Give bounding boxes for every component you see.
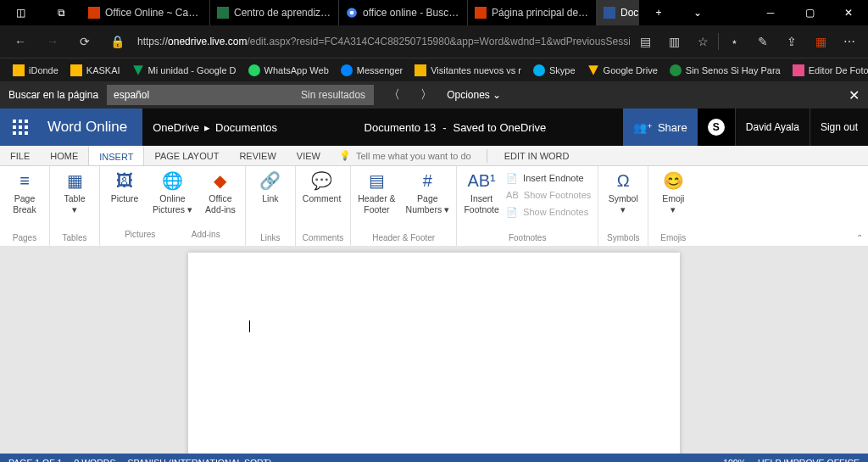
header-icon: ▤ (369, 170, 385, 192)
tab-view[interactable]: VIEW (287, 146, 331, 165)
page[interactable] (188, 253, 680, 454)
share-icon[interactable]: ⇪ (778, 26, 805, 57)
tab-home[interactable]: HOME (40, 146, 88, 165)
skype-icon: S (708, 119, 725, 136)
app-launcher[interactable] (0, 109, 41, 146)
tell-me[interactable]: 💡Tell me what you want to do (331, 150, 480, 161)
emoji-icon: 😊 (663, 170, 684, 192)
skype-button[interactable]: S (698, 109, 735, 146)
minimize-button[interactable]: ─ (751, 0, 790, 25)
tab-2[interactable]: office online - Buscar con G (339, 0, 468, 25)
maximize-button[interactable]: ▢ (790, 0, 829, 25)
tab-3[interactable]: Página principal de Microso (468, 0, 597, 25)
insert-endnote-button[interactable]: 📄Insert Endnote (506, 170, 591, 186)
share-button[interactable]: 👥⁺Share (623, 109, 698, 146)
address-bar[interactable]: https://onedrive.live.com/edit.aspx?resi… (134, 36, 630, 47)
favorite-icon[interactable]: ☆ (689, 26, 716, 57)
tab-0[interactable]: Office Online ~ Cambiar el i (81, 0, 210, 25)
svg-rect-9 (19, 131, 22, 135)
comment-button[interactable]: 💬Comment (303, 170, 342, 204)
bookmark[interactable]: WhatsApp Web (244, 64, 333, 76)
group-emojis: 😊Emoji▾ Emojis (648, 166, 698, 246)
edit-in-word[interactable]: EDIT IN WORD (494, 146, 580, 165)
bookmark[interactable]: Mi unidad - Google D (128, 64, 241, 76)
bulb-icon: 💡 (339, 150, 351, 161)
bookmark[interactable]: Google Drive (583, 64, 662, 76)
bookmark[interactable]: Sin Senos Si Hay Para (665, 64, 785, 76)
page-numbers-button[interactable]: #Page Numbers ▾ (406, 170, 450, 214)
document-canvas[interactable] (0, 246, 868, 454)
online-pictures-button[interactable]: 🌐Online Pictures ▾ (153, 170, 192, 214)
bookmark[interactable]: iDonde (8, 64, 63, 76)
group-pages: ≡Page Break Pages (0, 166, 50, 246)
office-addins-button[interactable]: ◆Office Add-ins (203, 170, 238, 214)
picture-icon: 🖼 (116, 170, 133, 192)
header-footer-button[interactable]: ▤Header & Footer (358, 170, 395, 214)
bookmark[interactable]: Messenger (337, 64, 407, 76)
url-host: onedrive.live.com (168, 36, 247, 47)
browser-tabs: Office Online ~ Cambiar el i Centro de a… (81, 0, 639, 25)
page-break-button[interactable]: ≡Page Break (7, 170, 42, 214)
tab-layout[interactable]: PAGE LAYOUT (144, 146, 229, 165)
text-cursor (249, 320, 250, 332)
hub-favorite-icon[interactable]: ⋆ (721, 26, 748, 57)
svg-rect-8 (13, 131, 16, 135)
breadcrumb: OneDrive ▸ Documentos (142, 109, 287, 146)
status-help[interactable]: HELP IMPROVE OFFICE (758, 458, 860, 462)
bookmark[interactable]: Skype (529, 64, 580, 76)
find-next[interactable]: 〉 (415, 87, 438, 103)
edge-titlebar: ◫ ⧉ Office Online ~ Cambiar el i Centro … (0, 0, 868, 25)
addins-icon: ◆ (214, 170, 226, 192)
comment-icon: 💬 (311, 170, 332, 192)
readlist-icon[interactable]: ▥ (660, 26, 687, 57)
edge-navbar: ← → ⟳ 🔒 https://onedrive.live.com/edit.a… (0, 25, 868, 58)
status-words[interactable]: 0 WORDS (74, 458, 115, 462)
tab-insert[interactable]: INSERT (88, 146, 144, 165)
tab-review[interactable]: REVIEW (229, 146, 286, 165)
table-button[interactable]: ▦Table▾ (57, 170, 92, 214)
doc-title[interactable]: Documento 13 (364, 121, 437, 134)
svg-point-1 (350, 11, 354, 15)
status-zoom[interactable]: 100% (723, 458, 746, 462)
bread-onedrive[interactable]: OneDrive (153, 121, 199, 134)
notes-icon[interactable]: ✎ (749, 26, 776, 57)
reading-icon[interactable]: ▤ (632, 26, 659, 57)
footnote-icon: AB¹ (467, 170, 495, 192)
find-prev[interactable]: 〈 (382, 87, 406, 103)
group-headerfooter: ▤Header & Footer #Page Numbers ▾ Header … (351, 166, 457, 246)
collapse-ribbon[interactable]: ⌃ (856, 233, 863, 242)
tab-file[interactable]: FILE (0, 146, 40, 165)
group-pictures: 🖼Picture 🌐Online Pictures ▾ ◆Office Add-… (100, 166, 246, 246)
link-button[interactable]: 🔗Link (253, 170, 288, 204)
status-page[interactable]: PAGE 1 OF 1 (8, 458, 62, 462)
back-button[interactable]: ← (5, 26, 36, 57)
chevron-down-icon[interactable]: ⌄ (678, 0, 717, 25)
ribbon-tabs: FILE HOME INSERT PAGE LAYOUT REVIEW VIEW… (0, 146, 868, 166)
picture-button[interactable]: 🖼Picture (107, 170, 142, 214)
forward-button[interactable]: → (37, 26, 68, 57)
find-close[interactable]: ✕ (849, 87, 860, 103)
more-icon[interactable]: ⋯ (836, 26, 863, 57)
new-tab-button[interactable]: + (639, 0, 678, 25)
bookmark[interactable]: Editor De Fotos | Befu (788, 64, 868, 76)
office-icon[interactable]: ▦ (807, 26, 834, 57)
insert-footnote-button[interactable]: AB¹Insert Footnote (464, 170, 499, 220)
find-input[interactable] (107, 85, 306, 105)
find-options[interactable]: Opciones ⌄ (447, 89, 501, 101)
emoji-button[interactable]: 😊Emoji▾ (655, 170, 691, 214)
ribbon: ≡Page Break Pages ▦Table▾ Tables 🖼Pictur… (0, 166, 868, 246)
tab-1[interactable]: Centro de aprendizaje de O (210, 0, 339, 25)
close-button[interactable]: ✕ (829, 0, 868, 25)
user-name[interactable]: David Ayala (735, 109, 810, 146)
tab-4-active[interactable]: Documento 13.docx - M× (597, 0, 639, 25)
symbol-button[interactable]: ΩSymbol▾ (605, 170, 641, 214)
bookmark[interactable]: KASKAI (66, 64, 125, 76)
svg-rect-6 (19, 125, 22, 129)
sign-out[interactable]: Sign out (810, 109, 868, 146)
refresh-button[interactable]: ⟳ (70, 26, 100, 57)
bookmark[interactable]: Visitantes nuevos vs r (410, 64, 526, 76)
bread-folder[interactable]: Documentos (215, 121, 277, 134)
status-lang[interactable]: SPANISH (INTERNATIONAL SORT) (127, 458, 271, 462)
url-path: /edit.aspx?resid=FC4A314C4C88250715980&a… (247, 36, 630, 47)
endnote-icon: 📄 (506, 173, 518, 184)
